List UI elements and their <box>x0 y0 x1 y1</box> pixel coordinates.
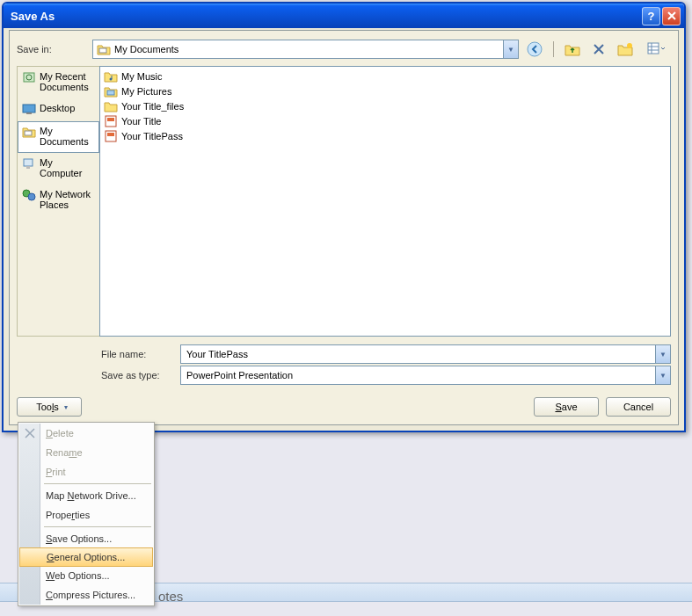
save-in-label: Save in: <box>17 44 87 54</box>
menu-rename[interactable]: Rename <box>19 443 153 462</box>
menu-print[interactable]: Print <box>19 462 153 482</box>
folder-music-icon <box>104 69 118 83</box>
separator <box>553 41 554 57</box>
background-text: otes <box>158 589 183 604</box>
tools-menu: Delete Rename Print Map Network Drive...… <box>18 422 155 606</box>
views-button[interactable] <box>643 40 669 58</box>
chevron-down-icon: ▾ <box>64 403 68 411</box>
svg-rect-0 <box>99 48 106 53</box>
bottom-fields: File name: Your TitlePass ▼ Save as type… <box>101 344 671 386</box>
mydocs-icon <box>22 126 36 138</box>
file-name: Your TitlePass <box>121 131 183 141</box>
savetype-combo[interactable]: PowerPoint Presentation ▼ <box>180 366 671 385</box>
svg-rect-17 <box>107 91 114 95</box>
window-title: Save As <box>11 10 640 23</box>
svg-rect-13 <box>26 166 30 169</box>
savetype-label: Save as type: <box>101 370 175 380</box>
savetype-value: PowerPoint Presentation <box>186 370 293 380</box>
menu-separator <box>44 526 151 527</box>
folder-docs-icon <box>97 42 111 56</box>
menu-separator <box>44 483 151 484</box>
place-desktop[interactable]: Desktop <box>18 98 99 121</box>
folder-pictures-icon <box>104 84 118 98</box>
svg-point-16 <box>110 77 113 80</box>
ppt-icon <box>104 114 118 128</box>
list-item[interactable]: Your Title <box>102 113 668 128</box>
save-in-row: Save in: My Documents ▼ <box>17 38 671 61</box>
save-as-dialog: Save As ? Save in: My Documents ▼ <box>2 2 686 432</box>
place-label: My Documents <box>40 126 95 147</box>
place-recent[interactable]: My Recent Documents <box>18 67 99 98</box>
new-folder-button[interactable] <box>616 40 634 58</box>
svg-point-15 <box>28 193 35 200</box>
list-item[interactable]: My Pictures <box>102 83 668 98</box>
dialog-body: Save in: My Documents ▼ <box>9 30 679 425</box>
desktop-icon <box>22 103 36 115</box>
close-button[interactable] <box>662 7 681 25</box>
file-list[interactable]: My Music My Pictures Your Title_files Yo… <box>99 66 671 337</box>
new-folder-icon <box>617 42 633 56</box>
menu-properties[interactable]: Properties <box>19 505 153 525</box>
folder-icon <box>104 99 118 113</box>
delete-button[interactable] <box>590 40 608 58</box>
svg-rect-19 <box>107 118 114 121</box>
svg-rect-10 <box>26 112 32 114</box>
list-item[interactable]: My Music <box>102 69 668 83</box>
network-icon <box>22 189 36 201</box>
place-network[interactable]: My Network Places <box>18 185 99 216</box>
folder-up-icon <box>565 42 580 56</box>
delete-x-icon <box>593 43 605 55</box>
places-bar: My Recent Documents Desktop My Documents <box>17 66 99 337</box>
list-item[interactable]: Your TitlePass <box>102 128 668 143</box>
place-my-computer[interactable]: My Computer <box>18 153 99 185</box>
chevron-down-icon[interactable]: ▼ <box>655 345 670 363</box>
close-icon <box>667 11 676 20</box>
menu-web-options[interactable]: Web Options... <box>19 566 153 585</box>
place-label: Desktop <box>40 103 75 113</box>
tools-button[interactable]: Tools▾ <box>17 397 82 417</box>
chevron-down-icon[interactable]: ▼ <box>503 40 518 58</box>
svg-rect-3 <box>648 43 659 54</box>
svg-rect-9 <box>23 105 35 112</box>
up-one-level-button[interactable] <box>564 40 581 58</box>
titlebar[interactable]: Save As ? <box>4 4 684 28</box>
views-icon <box>647 42 665 56</box>
file-name: My Music <box>121 71 162 82</box>
svg-rect-11 <box>25 131 32 135</box>
place-label: My Computer <box>40 157 95 178</box>
list-item[interactable]: Your Title_files <box>102 98 668 113</box>
place-label: My Recent Documents <box>40 71 95 92</box>
save-in-combo[interactable]: My Documents ▼ <box>92 40 519 59</box>
recent-icon <box>22 71 36 83</box>
svg-rect-12 <box>24 159 33 166</box>
place-label: My Network Places <box>40 189 95 210</box>
main-area: My Recent Documents Desktop My Documents <box>17 66 671 337</box>
ppt-icon <box>104 129 118 143</box>
menu-general-options[interactable]: General Options... <box>19 547 153 567</box>
svg-point-1 <box>528 42 542 56</box>
filename-input[interactable]: Your TitlePass ▼ <box>180 344 671 364</box>
menu-delete[interactable]: Delete <box>19 424 153 443</box>
filename-value: Your TitlePass <box>186 349 248 359</box>
back-icon <box>527 41 543 57</box>
file-name: My Pictures <box>121 86 171 97</box>
file-name: Your Title_files <box>121 101 184 112</box>
place-my-documents[interactable]: My Documents <box>18 121 99 153</box>
svg-point-2 <box>627 43 632 48</box>
menu-save-options[interactable]: Save Options... <box>19 529 153 548</box>
mycomputer-icon <box>22 157 36 170</box>
save-button[interactable]: Save <box>534 397 599 417</box>
svg-rect-21 <box>107 133 114 136</box>
cancel-button[interactable]: Cancel <box>606 397 671 417</box>
filename-label: File name: <box>101 349 175 359</box>
button-row: Tools▾ Save Cancel <box>17 396 671 417</box>
menu-compress-pictures[interactable]: Compress Pictures... <box>19 585 153 605</box>
delete-x-icon <box>23 426 37 440</box>
save-in-value: My Documents <box>114 44 178 54</box>
file-name: Your Title <box>121 116 161 127</box>
help-button[interactable]: ? <box>642 7 660 25</box>
chevron-down-icon[interactable]: ▼ <box>655 366 670 384</box>
menu-map-network-drive[interactable]: Map Network Drive... <box>19 486 153 505</box>
back-button[interactable] <box>526 40 543 58</box>
